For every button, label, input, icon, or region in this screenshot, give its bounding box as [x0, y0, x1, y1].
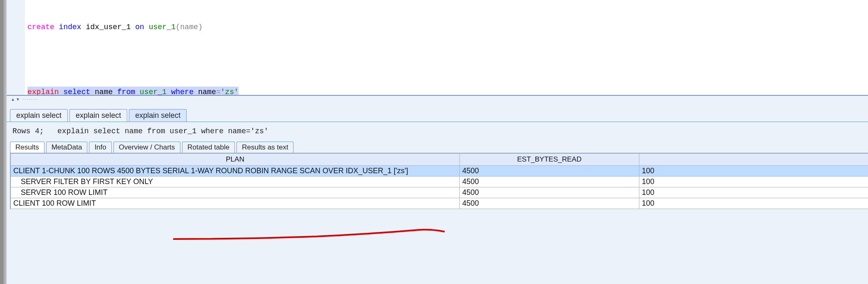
- keyword-index: index: [54, 23, 81, 31]
- subtab-text[interactable]: Results as text: [237, 142, 294, 153]
- code-line-blank: [25, 54, 868, 65]
- grid-header-row: PLAN EST_BYTES_READ: [11, 154, 868, 166]
- keyword-create: create: [27, 23, 54, 31]
- results-pane: explain select explain select explain se…: [7, 103, 868, 284]
- result-tab-3[interactable]: explain select: [129, 109, 187, 122]
- cell-ebr: 4500: [460, 177, 639, 187]
- sub-tab-bar: Results MetaData Info Overview / Charts …: [7, 140, 868, 153]
- vertical-scrollbar[interactable]: [3, 0, 7, 284]
- editor-gutter: [7, 0, 25, 95]
- table-row[interactable]: CLIENT 1-CHUNK 100 ROWS 4500 BYTES SERIA…: [11, 166, 868, 177]
- table-row[interactable]: SERVER 100 ROW LIMIT4500100: [11, 187, 868, 198]
- cell-plan: SERVER FILTER BY FIRST KEY ONLY: [11, 177, 460, 187]
- subtab-info[interactable]: Info: [89, 142, 111, 153]
- cell-plan: SERVER 100 ROW LIMIT: [11, 187, 460, 198]
- subtab-results[interactable]: Results: [10, 142, 44, 153]
- col-header-3[interactable]: [639, 154, 868, 166]
- results-grid-wrap: PLAN EST_BYTES_READ CLIENT 1-CHUNK 100 R…: [10, 153, 868, 209]
- cell-plan: CLIENT 100 ROW LIMIT: [11, 198, 460, 209]
- subtab-rotated[interactable]: Rotated table: [182, 142, 235, 153]
- cell-c3: 100: [639, 177, 868, 187]
- results-grid[interactable]: PLAN EST_BYTES_READ CLIENT 1-CHUNK 100 R…: [10, 153, 868, 209]
- col-header-plan[interactable]: PLAN: [11, 154, 460, 166]
- col-header-ebr[interactable]: EST_BYTES_READ: [460, 154, 639, 166]
- subtab-overview[interactable]: Overview / Charts: [113, 142, 180, 153]
- code-line: create index idx_user_1 on user_1(name): [25, 22, 868, 32]
- cell-ebr: 4500: [460, 198, 639, 209]
- result-tab-2[interactable]: explain select: [69, 109, 127, 122]
- cell-c3: 100: [639, 187, 868, 198]
- executed-query: explain select name from user_1 where na…: [57, 127, 269, 135]
- cell-c3: 100: [639, 166, 868, 177]
- ident-table: user_1: [144, 23, 176, 31]
- cell-plan: CLIENT 1-CHUNK 100 ROWS 4500 BYTES SERIA…: [11, 166, 460, 177]
- result-tab-1[interactable]: explain select: [10, 109, 68, 122]
- rows-count: Rows 4;: [12, 127, 44, 135]
- sql-editor[interactable]: create index idx_user_1 on user_1(name) …: [25, 0, 868, 95]
- subtab-metadata[interactable]: MetaData: [46, 142, 88, 153]
- cell-ebr: 4500: [460, 187, 639, 198]
- table-row[interactable]: SERVER FILTER BY FIRST KEY ONLY4500100: [11, 177, 868, 187]
- cell-c3: 100: [639, 198, 868, 209]
- status-line: Rows 4; explain select name from user_1 …: [7, 122, 868, 140]
- table-row[interactable]: CLIENT 100 ROW LIMIT4500100: [11, 198, 868, 209]
- splitter-grip-icon: ▲▼ ········: [11, 97, 39, 102]
- ident-idx: idx_user_1: [81, 23, 136, 31]
- paren-cols: (name): [175, 23, 202, 31]
- keyword-on: on: [135, 23, 144, 31]
- result-tab-bar: explain select explain select explain se…: [7, 103, 868, 122]
- cell-ebr: 4500: [460, 166, 639, 177]
